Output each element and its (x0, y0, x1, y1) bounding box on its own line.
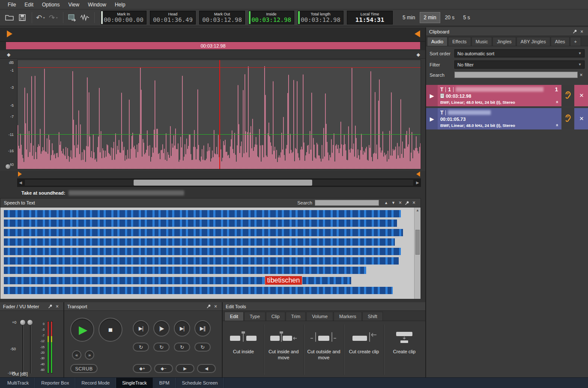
stt-scroll-thumb[interactable] (415, 230, 420, 255)
loop-4-button[interactable]: ↻ (194, 343, 211, 352)
play-to-mark-button[interactable]: ▶| (133, 320, 149, 337)
tab-clip[interactable]: Clip (266, 312, 285, 321)
menu-file[interactable]: File (3, 0, 20, 9)
undo-caret-icon[interactable]: ▼ (42, 16, 45, 19)
collapse-chevron-icon[interactable]: » (554, 124, 559, 126)
zoom-2min-button[interactable]: 2 min (420, 12, 440, 23)
fader-knob-right[interactable] (27, 319, 33, 325)
clipboard-entry-1[interactable]: ▶ T 1 1 00:03:12.98 (426, 85, 588, 106)
tab-jingles[interactable]: Jingles (492, 37, 516, 46)
waveform-plot[interactable] (17, 60, 421, 169)
overview-left-marker-icon[interactable] (7, 30, 12, 37)
mark-out-flag-icon[interactable] (416, 171, 420, 177)
level-knob[interactable] (5, 164, 11, 169)
open-folder-button[interactable] (3, 12, 15, 24)
loop-2-button[interactable]: ↻ (153, 343, 170, 352)
tab-music[interactable]: Music (472, 37, 492, 46)
speech-to-text-body[interactable]: tibetischen ▲ (0, 208, 421, 299)
fader-knob-left[interactable] (20, 319, 26, 325)
cut-inside-tool[interactable]: Cut inside (224, 325, 264, 375)
mark-in-flag-icon[interactable] (18, 171, 22, 177)
tab-trim[interactable]: Trim (286, 312, 306, 321)
stt-pin-icon[interactable] (405, 201, 409, 205)
cut-inside-move-tool[interactable]: Cut inside and move (264, 325, 304, 375)
mode-multitrack[interactable]: MultiTrack (1, 378, 35, 388)
save-button[interactable] (16, 12, 28, 24)
stt-search-prev-icon[interactable]: ▲ (382, 201, 390, 205)
tab-alles[interactable]: Alles (551, 37, 570, 46)
tab-volume[interactable]: Volume (306, 312, 333, 321)
tab-edit[interactable]: Edit (224, 312, 244, 321)
zoom-5s-button[interactable]: 5 s (459, 12, 474, 23)
mode-reporter-box[interactable]: Reporter Box (35, 378, 75, 388)
play-to-cursor-button[interactable]: ▶| (174, 320, 190, 337)
scroll-left-icon[interactable]: ◀ (17, 180, 24, 185)
fader-close-icon[interactable]: × (54, 304, 60, 310)
overview-strip[interactable] (0, 27, 425, 42)
redo-button[interactable]: ↷▼ (48, 12, 60, 24)
loop-1-button[interactable]: ↻ (133, 343, 149, 352)
scrub-button[interactable]: SCRUB (70, 364, 98, 373)
tab-effects[interactable]: Effects (448, 37, 471, 46)
entry-remove-button[interactable]: × (575, 85, 588, 106)
prelisten-button[interactable] (561, 108, 574, 129)
tab-add[interactable]: + (570, 37, 581, 46)
play-from-mark-button[interactable]: |▶ (153, 320, 170, 337)
play-button[interactable]: ▶ (70, 318, 94, 342)
mode-bpm[interactable]: BPM (153, 378, 176, 388)
transport-close-icon[interactable]: × (212, 304, 219, 310)
remove-marker-button[interactable]: ◆− (154, 364, 173, 373)
mode-singletrack[interactable]: SingleTrack (116, 378, 153, 388)
clipboard-close-icon[interactable]: × (579, 29, 585, 35)
stt-search-input[interactable] (315, 200, 379, 206)
entry-main[interactable]: T 1 1 00:03:12.98 BWF, Linear; 4 (438, 85, 561, 106)
tab-aby-jingles[interactable]: ABY Jingles (516, 37, 550, 46)
tab-shift[interactable]: Shift (362, 312, 383, 321)
add-marker-button[interactable]: ◆+ (133, 364, 152, 373)
edit-signal-button[interactable] (79, 12, 91, 24)
stt-search-next-icon[interactable]: ▼ (390, 201, 397, 205)
export-take-button[interactable] (66, 12, 78, 24)
left-diamond-marker-icon[interactable]: ◆ (7, 52, 10, 57)
cut-create-clip-tool[interactable]: Cut create clip (344, 325, 384, 375)
entry-remove-button[interactable]: × (575, 108, 588, 129)
filter-select[interactable]: No filter▼ (454, 60, 585, 69)
cut-outside-move-tool[interactable]: Cut outside and move (304, 325, 344, 375)
menu-help[interactable]: Help (110, 0, 130, 9)
entry-main[interactable]: T 00:01:05.73 BWF, Linear; 48.0 kHz, 24 … (438, 108, 561, 129)
clipboard-search-input[interactable] (454, 72, 578, 78)
transport-pin-icon[interactable] (206, 304, 211, 309)
fader-track-left[interactable] (22, 323, 24, 373)
tab-audio[interactable]: Audio (427, 37, 448, 46)
prelisten-button[interactable] (561, 85, 574, 106)
collapse-chevron-icon[interactable]: » (554, 101, 559, 103)
selected-range-bar[interactable]: 00:03:12.98 (6, 42, 420, 49)
stt-close-icon[interactable]: × (411, 200, 417, 206)
tab-type[interactable]: Type (244, 312, 266, 321)
overview-right-marker-icon[interactable] (415, 30, 420, 37)
prev-marker-button[interactable]: ◀ (197, 364, 216, 373)
scroll-thumb[interactable] (134, 180, 312, 186)
menu-window[interactable]: Window (84, 0, 110, 9)
fader-pin-icon[interactable] (48, 304, 53, 309)
menu-options[interactable]: Options (38, 0, 64, 9)
search-hit-word[interactable]: tibetischen (265, 276, 302, 285)
right-diamond-marker-icon[interactable]: ◆ (417, 52, 420, 57)
skip-to-end-button[interactable]: » (85, 350, 94, 360)
skip-to-start-button[interactable]: « (72, 350, 81, 360)
mode-record-mode[interactable]: Record Mode (75, 378, 116, 388)
clipboard-entry-2[interactable]: ▶ T 00:01:05.73 BWF, Linear; 48.0 kHz, 2… (426, 108, 588, 129)
next-marker-button[interactable]: ▶ (176, 364, 194, 373)
horizontal-scrollbar[interactable]: ◀ ▶ (17, 178, 421, 187)
play-pause-button[interactable]: ▶|| (194, 320, 211, 337)
search-clear-icon[interactable]: × (578, 72, 585, 78)
mode-schedule-screen[interactable]: Schedule Screen (176, 378, 224, 388)
loop-3-button[interactable]: ↻ (174, 343, 190, 352)
tab-markers[interactable]: Markers (334, 312, 362, 321)
stt-scrollbar[interactable]: ▲ (414, 208, 421, 299)
scroll-track[interactable] (25, 180, 413, 186)
undo-button[interactable]: ↶▼ (35, 12, 47, 24)
stop-button[interactable]: ■ (98, 318, 122, 342)
stt-search-clear-icon[interactable]: × (397, 200, 403, 206)
zoom-20s-button[interactable]: 20 s (441, 12, 459, 23)
